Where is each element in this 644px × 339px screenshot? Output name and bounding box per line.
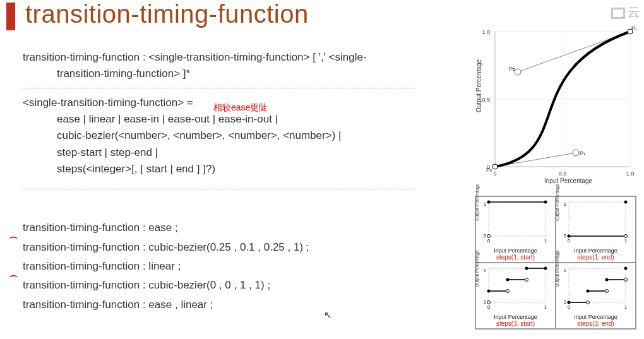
svg-text:1: 1 xyxy=(484,268,486,273)
svg-text:0: 0 xyxy=(568,239,570,243)
watermark-text: 云 xyxy=(628,5,640,19)
cursor-icon: ↖ xyxy=(324,309,332,321)
steps-cell-4: Output Percentage 0 1 0 1 Input Percenta… xyxy=(556,263,636,329)
steps-cell-2: Output Percentage 0 1 0 1 Input Percenta… xyxy=(556,196,636,263)
svg-point-10 xyxy=(515,69,521,75)
steps-caption: steps(1, start) xyxy=(479,254,552,261)
example-5: transition-timing-function : ease , line… xyxy=(23,297,427,313)
steps-xlabel: Input Percentage xyxy=(559,314,633,320)
watermark-icon xyxy=(611,8,625,19)
svg-text:1: 1 xyxy=(544,305,547,309)
example-2: transition-timing-function : cubic-bezie… xyxy=(23,239,427,256)
svg-text:0: 0 xyxy=(484,300,486,304)
svg-text:1: 1 xyxy=(544,239,547,243)
example-4: transition-timing-function : cubic-bezie… xyxy=(23,277,427,294)
svg-rect-31 xyxy=(569,202,626,236)
steps-xlabel: Input Percentage xyxy=(479,247,552,254)
svg-text:1: 1 xyxy=(624,239,627,243)
steps-xlabel: Input Percentage xyxy=(559,247,633,254)
svg-point-68 xyxy=(624,278,628,282)
syntax-main: transition-timing-function : <single-tra… xyxy=(23,49,427,83)
svg-text:0: 0 xyxy=(564,300,566,304)
svg-text:0: 0 xyxy=(568,305,570,309)
svg-point-65 xyxy=(605,290,609,293)
svg-text:1: 1 xyxy=(484,202,486,206)
svg-text:P₁: P₁ xyxy=(580,150,586,157)
examples-block: ⌢ transition-timing-function : ease ; tr… xyxy=(23,220,427,313)
svg-point-69 xyxy=(624,267,628,270)
svg-point-9 xyxy=(573,150,579,156)
svg-point-27 xyxy=(487,235,491,238)
svg-point-30 xyxy=(544,201,547,204)
svg-rect-22 xyxy=(489,202,546,236)
svg-rect-55 xyxy=(569,268,626,302)
divider-2 xyxy=(23,189,414,189)
steps-ylabel: Output Percentage xyxy=(555,250,559,287)
title-accent-bar xyxy=(6,3,15,30)
svg-text:1.0: 1.0 xyxy=(482,29,490,35)
svg-point-8 xyxy=(492,164,498,169)
svg-text:1: 1 xyxy=(564,268,566,273)
content-area: transition-timing-function : <single-tra… xyxy=(23,49,427,316)
bezier-ylabel: Output Percentage xyxy=(475,59,482,112)
svg-text:P₂: P₂ xyxy=(509,66,515,72)
svg-point-39 xyxy=(624,201,628,204)
page-title: transition-timing-function xyxy=(25,0,309,28)
syntax-definition: <single-transition-timing-function> = ea… xyxy=(23,95,427,178)
svg-rect-40 xyxy=(489,268,546,302)
svg-point-45 xyxy=(487,301,491,304)
svg-text:0: 0 xyxy=(564,234,566,238)
steps-ylabel: Output Percentage xyxy=(475,250,479,287)
svg-text:0: 0 xyxy=(487,164,490,170)
svg-text:0: 0 xyxy=(484,234,486,238)
svg-point-48 xyxy=(506,290,510,293)
bezier-chart: P₀ P₁ P₂ P₃ 0 0.5 1.0 0 0.5 1.0 Input Pe… xyxy=(475,24,636,186)
example-1: ⌢ transition-timing-function : ease ; xyxy=(23,220,427,236)
example-1-text: transition-timing-function : ease ; xyxy=(23,222,178,234)
steps-ylabel: Output Percentage xyxy=(475,184,479,221)
svg-text:1: 1 xyxy=(624,305,627,309)
steps-cell-1: Output Percentage 0 1 0 1 Input Percenta… xyxy=(475,196,556,263)
svg-point-62 xyxy=(587,301,590,304)
example-3: ⌢ transition-timing-function : linear ; xyxy=(23,258,427,275)
svg-text:1: 1 xyxy=(564,202,566,206)
syntax-def-row4: steps(<integer>[, [ start | end ] ]?) xyxy=(23,161,427,177)
svg-point-51 xyxy=(525,278,528,282)
svg-text:0: 0 xyxy=(487,239,490,243)
svg-point-38 xyxy=(624,235,628,238)
steps-cell-3: Output Percentage 0 1 0 1 Input Percenta… xyxy=(475,263,556,329)
svg-text:0.5: 0.5 xyxy=(482,97,490,103)
svg-text:0: 0 xyxy=(493,170,496,177)
steps-xlabel: Input Percentage xyxy=(479,314,552,320)
svg-text:0: 0 xyxy=(487,305,490,309)
divider-1 xyxy=(23,88,414,88)
watermark: 云 xyxy=(611,4,640,21)
bezier-xlabel: Input Percentage xyxy=(544,177,593,184)
steps-caption: steps(3, end) xyxy=(559,320,633,327)
annotation-ease: 相较ease更陡 xyxy=(213,101,268,115)
svg-text:P₃: P₃ xyxy=(631,25,636,32)
syntax-def-row1: ease | linear | ease-in | ease-out | eas… xyxy=(23,111,427,128)
svg-point-54 xyxy=(544,267,547,270)
svg-text:1.0: 1.0 xyxy=(626,170,635,177)
syntax-def-row1-text: ease | linear | ease-in | ease-out | eas… xyxy=(57,113,278,125)
example-3-text: transition-timing-function : linear ; xyxy=(23,260,181,272)
syntax-def-row2: cubic-bezier(<number>, <number>, <number… xyxy=(23,128,427,144)
steps-caption: steps(3, start) xyxy=(479,320,552,327)
bracket-icon: ⌢ xyxy=(9,226,18,247)
syntax-def-row3: step-start | step-end | xyxy=(23,145,427,161)
svg-text:0.5: 0.5 xyxy=(559,170,567,177)
syntax-main-line1: transition-timing-function : <single-tra… xyxy=(23,49,427,66)
steps-ylabel: Output Percentage xyxy=(555,184,559,221)
steps-grid: Output Percentage 0 1 0 1 Input Percenta… xyxy=(475,196,636,330)
bracket-icon: ⌢ xyxy=(9,265,18,286)
syntax-main-line2: transition-timing-function> ]* xyxy=(23,66,427,82)
steps-caption: steps(1, end) xyxy=(559,254,633,261)
